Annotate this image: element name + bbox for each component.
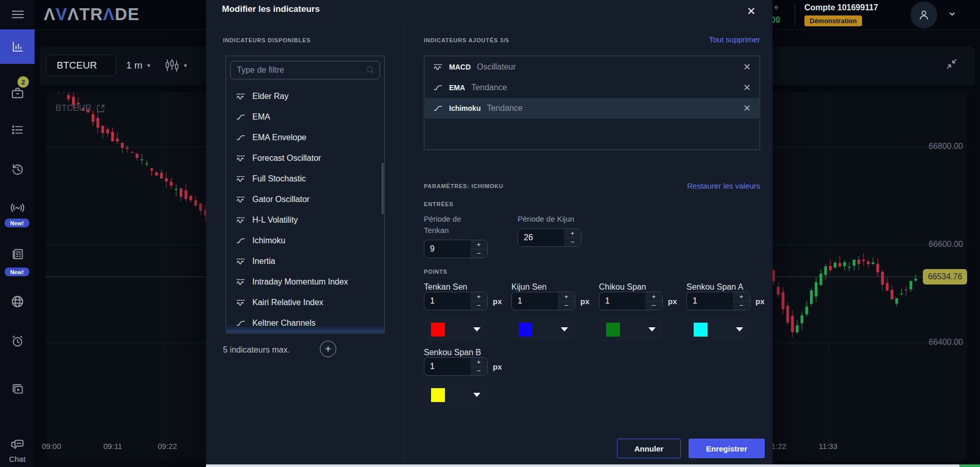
entry-field-group: Période de Tenkan9+− [424,213,488,258]
indicator-label: Forecast Oscillator [252,154,321,163]
sidebar-item-chart[interactable] [0,29,35,64]
account-chevron-down-icon[interactable] [948,9,957,19]
point-label: Senkou Span B [424,348,506,357]
decrement-button[interactable]: − [470,366,487,376]
cancel-button[interactable]: Annuler [617,439,681,458]
stepper-value[interactable]: 9 [424,240,470,258]
sidebar-item-video[interactable] [0,376,35,402]
stepper-value[interactable]: 26 [518,229,564,246]
number-stepper[interactable]: 1+− [424,357,488,376]
stepper-value[interactable]: 1 [424,358,470,375]
available-indicators-list: Elder RayEMAEMA EnvelopeForecast Oscilla… [226,56,385,333]
sidebar-item-history[interactable] [0,156,35,182]
chart-type-selector[interactable]: ▾ [165,59,187,72]
avatar[interactable] [910,2,937,28]
number-stepper[interactable]: 26+− [518,228,581,247]
indicator-list-item[interactable]: Kairi Relative Index [227,292,383,313]
indicator-list-item[interactable]: EMA [227,107,383,127]
symbol-selector[interactable]: BTCEUR [46,55,116,76]
color-dropdown[interactable] [686,317,750,342]
sidebar-item-signal[interactable] [0,195,35,221]
chevron-down-icon [736,327,743,331]
indicator-list-item[interactable]: Intraday Momentum Index [227,272,383,292]
scrollbar-thumb[interactable] [382,163,384,214]
color-dropdown[interactable] [599,317,663,342]
chevron-down-icon [648,327,656,331]
chevron-down-icon [473,327,480,331]
indicator-label: Kairi Relative Index [252,298,323,307]
stepper-value[interactable]: 1 [424,292,470,310]
decrement-button[interactable]: − [470,301,487,310]
left-nav-sidebar: 2New!New!Chat [0,0,35,467]
unit-label: px [755,297,765,306]
notification-badge: 2 [18,76,29,88]
sidebar-item-chat[interactable] [0,432,35,458]
indicator-list-item[interactable]: Inertia [227,251,383,272]
decrement-button[interactable]: − [558,301,575,310]
remove-indicator-icon[interactable]: ✕ [743,82,751,93]
increment-button[interactable]: + [564,229,581,238]
search-icon [366,65,375,75]
decrement-button[interactable]: − [733,301,750,310]
added-indicator-row[interactable]: MACDOscillateur✕ [425,57,759,77]
point-field-group: Senkou Span A1+−px [686,282,769,342]
increment-button[interactable]: + [733,292,750,301]
new-badge: New! [5,268,29,276]
sidebar-item-globe[interactable] [0,289,35,314]
increment-button[interactable]: + [645,292,662,301]
collapse-panel-icon[interactable] [946,58,957,70]
color-dropdown[interactable] [424,382,488,407]
logo-letter: V [56,5,67,24]
expand-icon[interactable] [96,104,105,113]
filter-input[interactable] [230,61,380,79]
remove-indicator-icon[interactable]: ✕ [743,61,751,73]
sidebar-item-label: Chat [0,455,35,463]
increment-button[interactable]: + [558,292,575,301]
sidebar-item-alarm[interactable] [0,328,35,354]
entries-header: ENTRÉES [424,201,454,207]
added-indicator-row[interactable]: EMATendance✕ [425,77,759,98]
increment-button[interactable]: + [470,240,487,249]
decrement-button[interactable]: − [564,238,581,247]
number-stepper[interactable]: 1+− [511,292,575,310]
stepper-value[interactable]: 1 [599,292,645,310]
sidebar-item-menu[interactable] [0,5,35,24]
indicator-list-item[interactable]: Forecast Oscillator [227,148,383,169]
increment-button[interactable]: + [470,292,487,301]
timeframe-selector[interactable]: 1 m ▾ [126,60,150,71]
number-stepper[interactable]: 1+− [599,292,663,310]
indicator-list-item[interactable]: Gator Oscillator [227,189,383,210]
restore-values-link[interactable]: Restaurer les valeurs [687,181,760,190]
sidebar-item-list[interactable] [0,118,35,142]
indicator-list-item[interactable]: H-L Volatility [227,210,383,230]
oscillator-icon [236,175,246,183]
max-indicators-note: 5 indicateurs max. [223,345,290,355]
number-stepper[interactable]: 1+− [424,292,488,310]
added-indicator-category: Oscillateur [477,62,516,72]
increment-button[interactable]: + [470,358,487,366]
sidebar-item-news[interactable] [0,241,35,267]
stepper-value[interactable]: 1 [512,292,558,310]
stepper-value[interactable]: 1 [687,292,733,310]
color-dropdown[interactable] [424,317,488,342]
close-icon[interactable]: ✕ [745,3,758,20]
indicator-list-item[interactable]: Elder Ray [227,86,383,107]
indicator-list-item[interactable]: Full Stochastic [227,169,383,189]
color-dropdown[interactable] [511,317,575,342]
decrement-button[interactable]: − [470,249,487,258]
remove-indicator-icon[interactable]: ✕ [743,103,751,114]
point-field-group: Kijun Sen1+−px [511,282,594,342]
save-button[interactable]: Enregistrer [689,439,765,458]
number-stepper[interactable]: 1+− [686,292,750,310]
indicator-list-item[interactable]: Ichimoku [227,230,383,251]
decrement-button[interactable]: − [645,301,662,310]
added-indicator-category: Tendance [471,83,507,92]
indicator-list-item[interactable]: EMA Envelope [227,127,383,148]
add-indicator-button[interactable]: + [320,341,336,357]
number-stepper[interactable]: 9+− [424,240,488,258]
added-indicator-row[interactable]: IchimokuTendance✕ [425,98,759,119]
clear-all-link[interactable]: Tout supprimer [424,35,760,44]
point-field-group: Senkou Span B1+−px [424,348,506,407]
parameters-header: PARAMÈTRES: ICHIMOKU [424,183,504,189]
point-field-group: Chikou Span1+−px [599,282,681,342]
